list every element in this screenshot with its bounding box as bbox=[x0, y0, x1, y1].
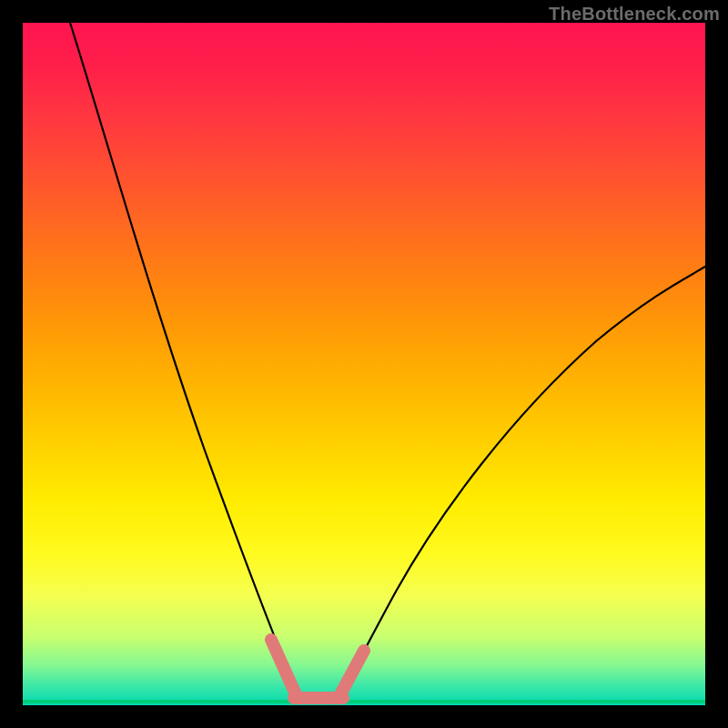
right-curve bbox=[339, 267, 705, 696]
chart-svg bbox=[23, 23, 705, 705]
chart-frame: TheBottleneck.com bbox=[0, 0, 728, 728]
plot-area bbox=[23, 23, 705, 705]
watermark-text: TheBottleneck.com bbox=[549, 4, 720, 25]
highlight-right bbox=[339, 651, 364, 696]
highlight-left bbox=[271, 640, 296, 694]
left-curve bbox=[70, 23, 298, 696]
